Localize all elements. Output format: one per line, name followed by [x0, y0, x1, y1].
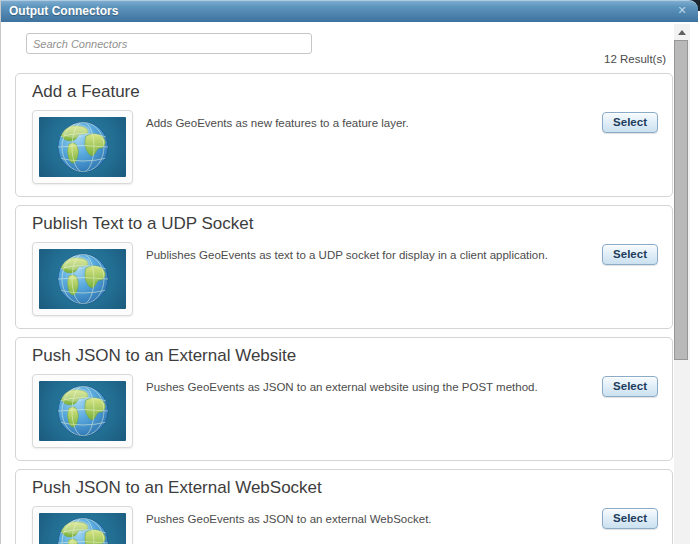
- globe-icon: [39, 249, 126, 309]
- up-arrow-icon: [678, 30, 686, 35]
- search-input[interactable]: [26, 33, 312, 54]
- close-icon[interactable]: ✕: [675, 3, 689, 17]
- connector-card: Add a Feature: [15, 73, 673, 197]
- connector-description: Pushes GeoEvents as JSON to an external …: [146, 512, 587, 526]
- connector-title: Push JSON to an External Website: [32, 346, 296, 366]
- globe-icon: [39, 117, 126, 177]
- select-button[interactable]: Select: [602, 244, 658, 265]
- connector-card: Publish Text to a UDP Socket: [15, 205, 673, 329]
- globe-icon: [39, 381, 126, 441]
- dialog-content: 12 Result(s) Add a Feature: [1, 22, 675, 544]
- connector-title: Publish Text to a UDP Socket: [32, 214, 253, 234]
- connector-description: Publishes GeoEvents as text to a UDP soc…: [146, 248, 587, 262]
- connector-list: Add a Feature: [15, 73, 673, 544]
- select-button[interactable]: Select: [602, 376, 658, 397]
- results-count: 12 Result(s): [604, 53, 666, 65]
- connector-description: Adds GeoEvents as new features to a feat…: [146, 116, 587, 130]
- dialog-titlebar: Output Connectors ✕: [1, 0, 698, 22]
- connector-thumbnail: [32, 374, 133, 448]
- dialog-title: Output Connectors: [9, 0, 118, 22]
- select-button[interactable]: Select: [602, 112, 658, 133]
- connector-card: Push JSON to an External Website: [15, 337, 673, 461]
- select-button[interactable]: Select: [602, 508, 658, 529]
- connector-thumbnail: [32, 242, 133, 316]
- connector-title: Push JSON to an External WebSocket: [32, 478, 322, 498]
- output-connectors-dialog: Output Connectors ✕ 12 Result(s) Add a F…: [0, 0, 700, 544]
- connector-title: Add a Feature: [32, 82, 140, 102]
- connector-card: Push JSON to an External WebSocket: [15, 469, 673, 544]
- scrollbar[interactable]: [674, 24, 690, 544]
- connector-thumbnail: [32, 110, 133, 184]
- globe-icon: [39, 513, 126, 544]
- connector-thumbnail: [32, 506, 133, 544]
- scroll-up-button[interactable]: [674, 24, 690, 40]
- connector-description: Pushes GeoEvents as JSON to an external …: [146, 380, 587, 394]
- scrollbar-thumb[interactable]: [674, 40, 688, 360]
